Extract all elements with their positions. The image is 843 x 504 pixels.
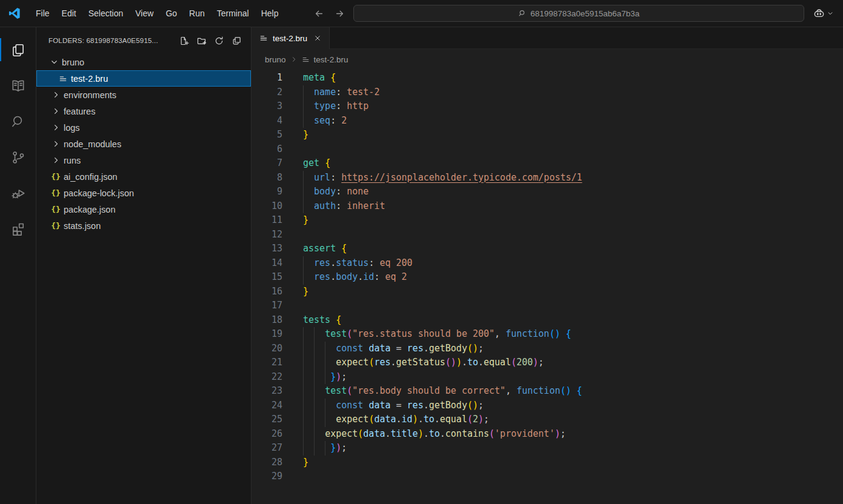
line-number: 16: [252, 285, 282, 299]
code-line-26[interactable]: 26 expect(data.title).to.contains('provi…: [252, 427, 843, 442]
indent-guide: [303, 399, 304, 413]
activitybar-docs-book[interactable]: [0, 68, 36, 104]
tree-item-stats-json[interactable]: {}stats.json: [36, 217, 251, 234]
code-line-25[interactable]: 25 expect(data.id).to.equal(2);: [252, 413, 843, 427]
code-line-22[interactable]: 22 });: [252, 370, 843, 385]
tree-item-logs[interactable]: logs: [36, 119, 251, 136]
tree-item-package-lock-json[interactable]: {}package-lock.json: [36, 185, 251, 201]
tab-bar: test-2.bru: [252, 27, 843, 49]
vscode-logo: [8, 7, 21, 20]
json-file-icon: {}: [51, 221, 61, 231]
code-line-15[interactable]: 15 res.body.id: eq 2: [252, 270, 843, 285]
code-text: test("res.status should be 200", functio…: [303, 327, 571, 342]
code-line-13[interactable]: 13assert {: [252, 242, 843, 256]
menu-go[interactable]: Go: [159, 8, 183, 18]
indent-guide: [303, 356, 304, 370]
code-line-4[interactable]: 4 seq: 2: [252, 114, 843, 128]
tab-test-2-bru[interactable]: test-2.bru: [252, 27, 330, 49]
line-number: 21: [252, 356, 282, 370]
code-line-20[interactable]: 20 const data = res.getBody();: [252, 342, 843, 356]
new-folder-icon[interactable]: [195, 35, 207, 47]
activitybar-explorer[interactable]: [0, 32, 36, 68]
close-icon[interactable]: [312, 33, 323, 44]
code-line-24[interactable]: 24 const data = res.getBody();: [252, 399, 843, 413]
code-line-14[interactable]: 14 res.status: eq 200: [252, 256, 843, 271]
indent-guide: [303, 342, 304, 356]
code-line-21[interactable]: 21 expect(res.getStatus()).to.equal(200)…: [252, 356, 843, 370]
code-line-10[interactable]: 10 auth: inherit: [252, 199, 843, 214]
tree-item-bruno[interactable]: bruno: [36, 54, 251, 70]
code-line-28[interactable]: 28}: [252, 456, 843, 470]
refresh-explorer-icon[interactable]: [213, 35, 225, 47]
code-line-2[interactable]: 2 name: test-2: [252, 85, 843, 100]
breadcrumb-item-file[interactable]: test-2.bru: [314, 55, 348, 64]
code-text: auth: inherit: [303, 199, 385, 214]
code-text: });: [303, 370, 347, 385]
indent-guide: [314, 370, 315, 385]
code-line-16[interactable]: 16}: [252, 285, 843, 299]
code-line-29[interactable]: 29: [252, 469, 843, 484]
line-number: 7: [252, 156, 282, 171]
code-line-19[interactable]: 19 test("res.status should be 200", func…: [252, 327, 843, 342]
chevron-right-icon: [290, 56, 298, 63]
arrow-right-icon[interactable]: [333, 7, 346, 20]
code-text: expect(data.title).to.contains('providen…: [303, 427, 566, 442]
code-line-12[interactable]: 12: [252, 228, 843, 242]
new-file-icon[interactable]: [178, 35, 190, 47]
menu-run[interactable]: Run: [183, 8, 211, 18]
line-number: 6: [252, 142, 282, 157]
arrow-left-icon[interactable]: [312, 7, 325, 20]
activitybar-search[interactable]: [0, 104, 36, 139]
menu-terminal[interactable]: Terminal: [211, 8, 255, 18]
tree-item-test-2-bru[interactable]: test-2.bru: [36, 70, 251, 87]
code-line-7[interactable]: 7get {: [252, 156, 843, 171]
tree-item-runs[interactable]: runs: [36, 152, 251, 168]
activitybar-run-and-debug[interactable]: [0, 175, 36, 211]
code-line-1[interactable]: 1meta {: [252, 71, 843, 85]
code-line-18[interactable]: 18tests {: [252, 313, 843, 328]
code-line-8[interactable]: 8 url: https://jsonplaceholder.typicode.…: [252, 171, 843, 185]
code-line-9[interactable]: 9 body: none: [252, 185, 843, 199]
code-text: test("res.body should be correct", funct…: [303, 384, 582, 399]
menu-file[interactable]: File: [30, 8, 56, 18]
code-editor[interactable]: 1meta {2 name: test-23 type: http4 seq: …: [252, 70, 843, 504]
indent-guide: [303, 199, 304, 214]
title-bar: FileEditSelectionViewGoRunTerminalHelp 6…: [0, 0, 843, 27]
code-line-11[interactable]: 11}: [252, 213, 843, 228]
code-line-27[interactable]: 27 });: [252, 441, 843, 456]
line-number: 27: [252, 441, 282, 456]
menu-edit[interactable]: Edit: [56, 8, 82, 18]
menu-selection[interactable]: Selection: [82, 8, 130, 18]
command-center-search[interactable]: 681998783a0e5915ab6a7b3a: [353, 5, 804, 22]
code-text: }: [303, 456, 308, 470]
menu-view[interactable]: View: [129, 8, 159, 18]
indent-guide: [303, 384, 304, 399]
tree-item-environments[interactable]: environments: [36, 87, 251, 103]
activitybar-extensions[interactable]: [0, 211, 36, 247]
editor-group: test-2.bru bruno test-2.bru 1meta {2 nam…: [252, 27, 843, 504]
code-line-23[interactable]: 23 test("res.body should be correct", fu…: [252, 384, 843, 399]
chevron-down-icon: [49, 58, 59, 67]
activitybar-source-control[interactable]: [0, 139, 36, 175]
code-line-6[interactable]: 6: [252, 142, 843, 157]
tree-item-features[interactable]: features: [36, 103, 251, 119]
code-text: name: test-2: [303, 85, 379, 100]
code-line-3[interactable]: 3 type: http: [252, 99, 843, 114]
code-text: meta {: [303, 71, 336, 85]
code-text: }: [303, 128, 308, 142]
copilot-menu[interactable]: [813, 7, 833, 20]
collapse-folders-icon[interactable]: [230, 35, 242, 47]
code-line-5[interactable]: 5}: [252, 128, 843, 142]
tree-item-label: ai_config.json: [64, 172, 118, 182]
breadcrumb-item-folder[interactable]: bruno: [265, 55, 286, 64]
explorer-header: FOLDERS: 681998783A0E5915...: [36, 27, 251, 54]
tree-item-package-json[interactable]: {}package.json: [36, 201, 251, 217]
code-line-17[interactable]: 17: [252, 299, 843, 313]
folders-section-title: FOLDERS: 681998783A0E5915...: [48, 37, 178, 44]
tree-item-node-modules[interactable]: node_modules: [36, 136, 251, 152]
line-number: 18: [252, 313, 282, 328]
menu-help[interactable]: Help: [255, 8, 285, 18]
search-icon: [518, 9, 527, 18]
tree-item-ai-config-json[interactable]: {}ai_config.json: [36, 168, 251, 185]
line-number: 29: [252, 469, 282, 484]
